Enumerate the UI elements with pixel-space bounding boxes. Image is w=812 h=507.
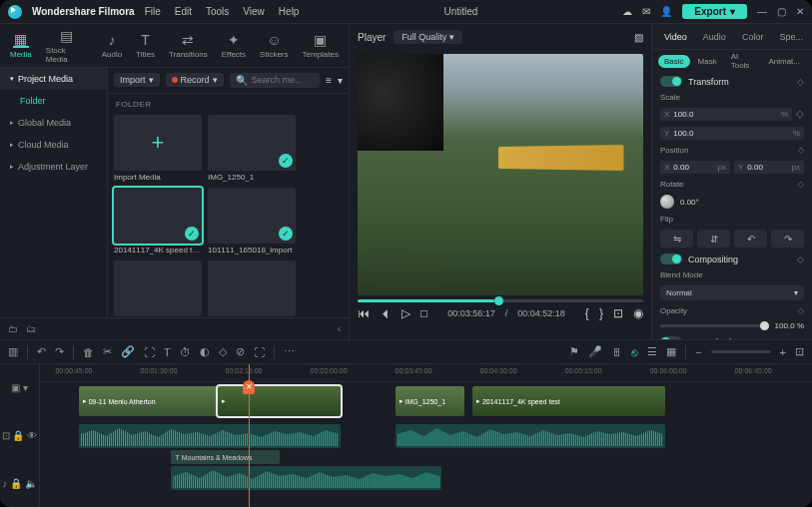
sidebar-item-project-media[interactable]: ▾Project Media bbox=[0, 68, 107, 90]
cloud-icon[interactable]: ☁ bbox=[622, 6, 632, 17]
tab-color[interactable]: Color bbox=[736, 30, 770, 44]
rotate-knob[interactable] bbox=[660, 195, 674, 209]
export-button[interactable]: Export▾ bbox=[682, 4, 747, 19]
step-back-icon[interactable]: ⏴ bbox=[380, 306, 392, 320]
folder-icon[interactable]: 🗀 bbox=[8, 323, 18, 334]
zoom-in-icon[interactable]: + bbox=[780, 346, 786, 358]
timeline-clip[interactable]: ▸20141117_4K speed test bbox=[472, 386, 665, 416]
crop-icon[interactable]: ⛶ bbox=[144, 346, 155, 358]
tab-audio[interactable]: ♪Audio bbox=[102, 32, 122, 59]
scale-x-field[interactable]: X100.0% bbox=[660, 108, 792, 121]
redo-icon[interactable]: ↷ bbox=[55, 345, 64, 358]
zoom-slider[interactable] bbox=[711, 350, 771, 353]
filter-icon[interactable]: ▾ bbox=[338, 75, 343, 86]
undo-icon[interactable]: ↶ bbox=[37, 345, 46, 358]
flip-v-button[interactable]: ⇵ bbox=[697, 230, 730, 248]
audio-track-1[interactable] bbox=[40, 424, 812, 450]
playhead-close-icon[interactable]: ✕ bbox=[246, 382, 253, 391]
zoom-fit-icon[interactable]: ⊡ bbox=[795, 345, 804, 358]
preview-viewport[interactable] bbox=[358, 54, 643, 295]
text-icon[interactable]: T bbox=[164, 346, 171, 358]
media-thumb[interactable]: +Import Media bbox=[114, 115, 202, 182]
timeline-ruler[interactable]: 00:00:45:0000:01:30:0000:02:15:0000:03:0… bbox=[40, 364, 812, 382]
blend-mode-select[interactable]: Normal▾ bbox=[660, 285, 804, 300]
split-icon[interactable]: ✂ bbox=[103, 345, 112, 358]
sidebar-item-cloud-media[interactable]: ▸Cloud Media bbox=[0, 134, 107, 156]
play-icon[interactable]: ▷ bbox=[402, 306, 410, 320]
keyframe-tool-icon[interactable]: ◇ bbox=[219, 345, 227, 358]
link-icon[interactable]: 🔗 bbox=[121, 345, 135, 358]
title-clip[interactable]: TMountains & Meadows bbox=[171, 450, 279, 464]
rotate-left-button[interactable]: ↶ bbox=[734, 230, 767, 248]
color-icon[interactable]: ◐ bbox=[200, 345, 210, 358]
video-track[interactable]: ▸09-11 Menlo Atherton▸▸IMG_1250_1▸201411… bbox=[40, 386, 812, 422]
tab-templates[interactable]: ▣Templates bbox=[303, 32, 339, 59]
menu-help[interactable]: Help bbox=[279, 6, 300, 17]
subtab-basic[interactable]: Basic bbox=[658, 55, 690, 68]
mixer-icon[interactable]: 🎚 bbox=[611, 346, 622, 358]
new-folder-icon[interactable]: 🗂 bbox=[26, 323, 36, 334]
audio-clip[interactable] bbox=[171, 466, 441, 490]
audio-clip[interactable] bbox=[396, 424, 666, 448]
track-header-audio[interactable]: ♪ 🔒 🔈 bbox=[0, 459, 39, 507]
menu-view[interactable]: View bbox=[243, 6, 265, 17]
tab-stock-media[interactable]: ▤Stock Media bbox=[46, 28, 88, 64]
opacity-slider[interactable] bbox=[660, 324, 769, 327]
minimize-icon[interactable]: — bbox=[757, 6, 767, 17]
camera-icon[interactable]: ◉ bbox=[633, 306, 643, 320]
keyframe-icon[interactable]: ◇ bbox=[798, 146, 804, 155]
speed-icon[interactable]: ⏱ bbox=[180, 346, 191, 358]
maximize-icon[interactable]: ▢ bbox=[777, 6, 786, 17]
timeline-clip[interactable]: ▸ bbox=[218, 386, 342, 416]
snap-icon[interactable]: ☰ bbox=[647, 345, 657, 358]
compositing-toggle[interactable] bbox=[660, 254, 682, 264]
subtab-ai-tools[interactable]: AI Tools bbox=[725, 50, 761, 72]
sort-icon[interactable]: ≡ bbox=[326, 75, 332, 86]
keyframe-icon[interactable]: ◇ bbox=[797, 77, 804, 87]
expand-icon[interactable]: ⛶ bbox=[254, 346, 265, 358]
keyframe-icon[interactable]: ◇ bbox=[798, 180, 804, 189]
more-icon[interactable]: ⋯ bbox=[284, 345, 295, 358]
media-thumb[interactable] bbox=[208, 260, 296, 317]
scale-y-field[interactable]: Y100.0% bbox=[660, 127, 804, 140]
menu-tools[interactable]: Tools bbox=[206, 6, 229, 17]
messages-icon[interactable]: ✉ bbox=[642, 6, 650, 17]
tab-media[interactable]: ▦Media bbox=[10, 32, 32, 59]
tab-speed[interactable]: Spe... bbox=[773, 30, 809, 44]
timeline-clip[interactable]: ▸IMG_1250_1 bbox=[396, 386, 465, 416]
keyframe-icon[interactable]: ◇ bbox=[798, 306, 804, 315]
quality-select[interactable]: Full Quality ▾ bbox=[394, 30, 462, 44]
tracks-icon[interactable]: ▦ bbox=[666, 345, 676, 358]
stop-icon[interactable]: □ bbox=[420, 306, 427, 320]
audio-track-2[interactable] bbox=[40, 466, 812, 492]
rotate-right-button[interactable]: ↷ bbox=[771, 230, 804, 248]
transform-toggle[interactable] bbox=[660, 76, 682, 87]
title-track[interactable]: TMountains & Meadows bbox=[40, 450, 812, 464]
tab-transitions[interactable]: ⇄Transitions bbox=[169, 32, 208, 59]
tab-video[interactable]: Video bbox=[658, 30, 693, 44]
import-button[interactable]: Import▾ bbox=[114, 73, 160, 87]
timeline-clip[interactable]: ▸09-11 Menlo Atherton bbox=[79, 386, 218, 416]
scrub-handle-icon[interactable] bbox=[494, 296, 503, 305]
close-icon[interactable]: ✕ bbox=[796, 6, 804, 17]
record-button[interactable]: Record▾ bbox=[166, 73, 224, 87]
sidebar-item-folder[interactable]: Folder bbox=[0, 90, 107, 112]
zoom-out-icon[interactable]: − bbox=[695, 346, 701, 358]
tab-audio[interactable]: Audio bbox=[697, 30, 732, 44]
track-header-overlay[interactable]: ⊡ 🔒 👁 bbox=[0, 412, 39, 460]
marker-icon[interactable]: ⚑ bbox=[569, 345, 579, 358]
mark-in-icon[interactable]: { bbox=[585, 306, 589, 320]
tab-stickers[interactable]: ☺Stickers bbox=[260, 32, 288, 59]
mark-out-icon[interactable]: } bbox=[599, 306, 603, 320]
keyframe-icon[interactable]: ◇ bbox=[797, 254, 804, 264]
keyframe-icon[interactable]: ◇ bbox=[796, 108, 804, 121]
display-icon[interactable]: ⊡ bbox=[613, 306, 623, 320]
search-input[interactable]: 🔍 bbox=[230, 73, 321, 88]
mic-icon[interactable]: 🎤 bbox=[588, 345, 602, 358]
media-thumb[interactable]: ✓101111_165018_import bbox=[208, 188, 296, 254]
sidebar-item-global-media[interactable]: ▸Global Media bbox=[0, 112, 107, 134]
delete-icon[interactable]: 🗑 bbox=[83, 346, 94, 358]
tab-titles[interactable]: TTitles bbox=[136, 32, 155, 59]
subtab-animation[interactable]: Animat... bbox=[762, 55, 806, 68]
flip-h-button[interactable]: ⇋ bbox=[660, 230, 693, 248]
